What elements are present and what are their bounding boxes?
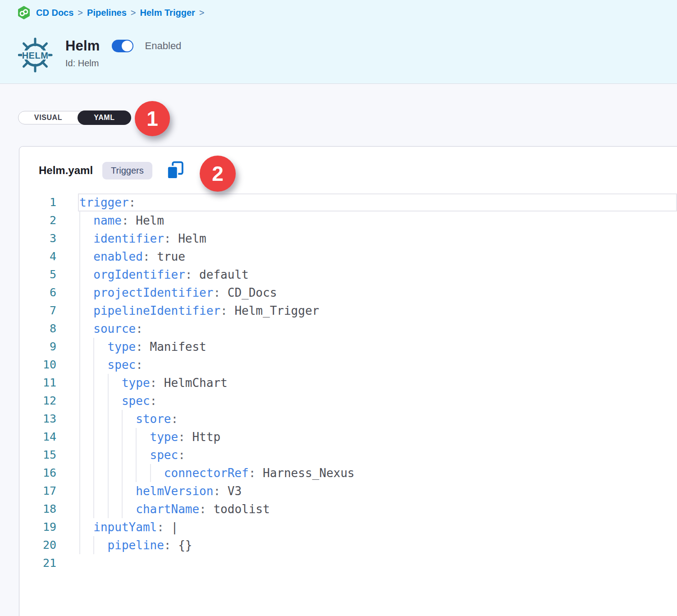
breadcrumb-item-cd-docs[interactable]: CD Docs xyxy=(36,8,73,18)
indent-guide xyxy=(79,446,80,464)
breadcrumb-item-pipelines[interactable]: Pipelines xyxy=(87,8,127,18)
page-title: Helm xyxy=(65,38,100,54)
indent-guide xyxy=(79,266,80,284)
code-line-row: 2 name: Helm xyxy=(19,211,677,230)
indent-guide xyxy=(108,446,109,464)
code-line-row: 1trigger: xyxy=(19,193,677,211)
toggle-knob xyxy=(122,41,133,51)
code-line[interactable]: spec: xyxy=(78,392,677,410)
tab-visual[interactable]: VISUAL xyxy=(18,114,78,122)
indent-guide xyxy=(93,410,94,428)
code-line-row: 14 type: Http xyxy=(19,428,677,446)
code-line-row: 12 spec: xyxy=(19,392,677,410)
code-line[interactable]: identifier: Helm xyxy=(78,230,677,248)
line-number: 10 xyxy=(19,356,78,374)
line-number: 21 xyxy=(19,554,78,572)
indent-guide xyxy=(150,464,151,482)
indent-guide xyxy=(93,446,94,464)
line-number: 20 xyxy=(19,536,78,554)
code-line[interactable]: source: xyxy=(78,320,677,338)
code-line[interactable]: pipeline: {} xyxy=(78,536,677,554)
line-number: 16 xyxy=(19,464,78,482)
line-number: 1 xyxy=(19,193,78,211)
breadcrumb-separator: > xyxy=(131,8,136,18)
indent-guide xyxy=(93,392,94,410)
trigger-title-block: HELM Helm Enabled Id: Helm xyxy=(18,37,181,76)
line-number: 6 xyxy=(19,284,78,302)
line-number: 4 xyxy=(19,248,78,266)
indent-guide xyxy=(93,482,94,500)
indent-guide xyxy=(122,410,123,428)
code-line-row: 3 identifier: Helm xyxy=(19,230,677,248)
code-line-row: 6 projectIdentifier: CD_Docs xyxy=(19,284,677,302)
indent-guide xyxy=(108,428,109,446)
indent-guide xyxy=(93,500,94,518)
yaml-editor[interactable]: 1trigger:2 name: Helm3 identifier: Helm4… xyxy=(19,193,677,616)
indent-guide xyxy=(122,428,123,446)
indent-guide xyxy=(79,356,80,374)
code-line-row: 21 xyxy=(19,554,677,572)
code-line-row: 7 pipelineIdentifier: Helm_Trigger xyxy=(19,302,677,320)
file-name: Helm.yaml xyxy=(39,164,93,177)
breadcrumb-item-helm-trigger[interactable]: Helm Trigger xyxy=(140,8,195,18)
line-number: 9 xyxy=(19,338,78,356)
code-line[interactable]: pipelineIdentifier: Helm_Trigger xyxy=(78,302,677,320)
yaml-panel: Helm.yaml Triggers 1trigger:2 name: Helm… xyxy=(19,146,677,616)
code-line[interactable]: connectorRef: Harness_Nexus xyxy=(78,464,677,482)
code-line[interactable]: orgIdentifier: default xyxy=(78,266,677,284)
code-line[interactable]: type: Manifest xyxy=(78,338,677,356)
code-line[interactable]: chartName: todolist xyxy=(78,500,677,518)
indent-guide xyxy=(79,302,80,320)
line-number: 8 xyxy=(19,320,78,338)
code-line-row: 16 connectorRef: Harness_Nexus xyxy=(19,464,677,482)
code-line[interactable]: name: Helm xyxy=(78,211,677,230)
line-number: 19 xyxy=(19,518,78,536)
code-line-row: 8 source: xyxy=(19,320,677,338)
indent-guide xyxy=(122,446,123,464)
tab-yaml[interactable]: YAML xyxy=(78,110,131,125)
code-line[interactable]: projectIdentifier: CD_Docs xyxy=(78,284,677,302)
page-header: CD Docs > Pipelines > Helm Trigger > xyxy=(0,0,677,84)
indent-guide xyxy=(79,211,80,230)
indent-guide xyxy=(79,230,80,248)
line-number: 18 xyxy=(19,500,78,518)
code-line-row: 15 spec: xyxy=(19,446,677,464)
indent-guide xyxy=(79,338,80,356)
trigger-id: Id: Helm xyxy=(65,58,181,69)
line-number: 14 xyxy=(19,428,78,446)
copy-yaml-button[interactable] xyxy=(166,161,184,180)
code-line[interactable]: trigger: xyxy=(78,193,677,211)
code-line[interactable]: inputYaml: | xyxy=(78,518,677,536)
code-line-row: 5 orgIdentifier: default xyxy=(19,266,677,284)
line-number: 2 xyxy=(19,211,78,230)
line-number: 13 xyxy=(19,410,78,428)
enabled-label: Enabled xyxy=(145,40,182,52)
code-line[interactable]: store: xyxy=(78,410,677,428)
cd-module-icon xyxy=(17,6,31,19)
code-line-row: 9 type: Manifest xyxy=(19,338,677,356)
indent-guide xyxy=(79,428,80,446)
code-line[interactable] xyxy=(78,554,677,572)
triggers-badge: Triggers xyxy=(102,162,152,179)
code-line-row: 13 store: xyxy=(19,410,677,428)
code-line-row: 4 enabled: true xyxy=(19,248,677,266)
code-line[interactable]: type: Http xyxy=(78,428,677,446)
code-line[interactable]: type: HelmChart xyxy=(78,374,677,392)
code-line[interactable]: enabled: true xyxy=(78,248,677,266)
enabled-toggle[interactable] xyxy=(112,40,133,52)
indent-guide xyxy=(108,410,109,428)
indent-guide xyxy=(122,500,123,518)
indent-guide xyxy=(93,428,94,446)
indent-guide xyxy=(93,536,94,554)
visual-yaml-toggle: VISUAL YAML xyxy=(18,111,131,124)
code-line-row: 18 chartName: todolist xyxy=(19,500,677,518)
code-line[interactable]: helmVersion: V3 xyxy=(78,482,677,500)
indent-guide xyxy=(93,374,94,392)
line-number: 11 xyxy=(19,374,78,392)
code-line[interactable]: spec: xyxy=(78,356,677,374)
yaml-panel-header: Helm.yaml Triggers xyxy=(19,147,677,180)
code-line[interactable]: spec: xyxy=(78,446,677,464)
indent-guide xyxy=(108,374,109,392)
current-line-highlight xyxy=(78,193,677,211)
indent-guide xyxy=(136,428,137,446)
